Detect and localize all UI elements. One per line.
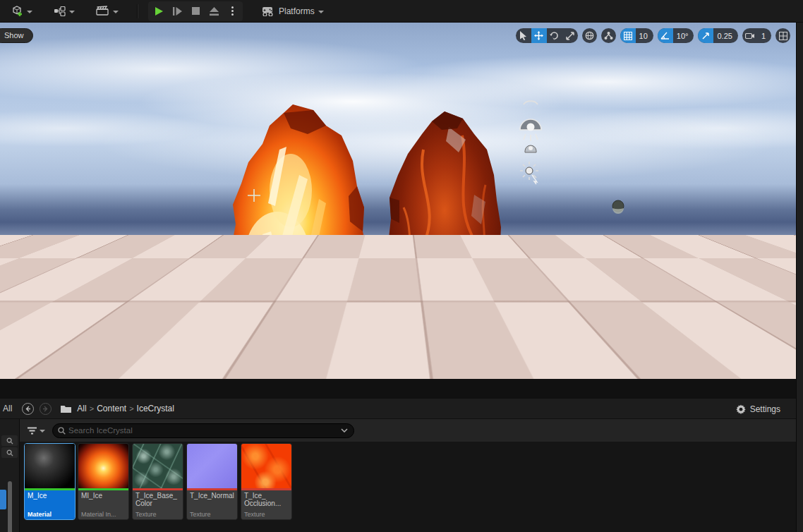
blueprints-button[interactable]	[48, 2, 80, 20]
asset-type: Texture	[135, 511, 180, 518]
breadcrumb-separator: >	[126, 404, 136, 413]
scale-snap-button[interactable]	[698, 28, 713, 43]
kebab-menu-icon	[227, 6, 237, 16]
asset-thumbnail	[187, 444, 237, 488]
play-button[interactable]	[150, 2, 168, 20]
asset-thumbnail	[241, 444, 291, 488]
add-actor-button[interactable]	[6, 2, 38, 20]
angle-icon	[660, 32, 670, 40]
asset-grid: M_Ice Material MI_Ice Material In... T_I…	[20, 442, 796, 532]
asset-label: M_Ice Material	[25, 490, 75, 519]
camera-speed-control: 1	[742, 28, 771, 43]
breadcrumb-root[interactable]: All	[77, 404, 86, 413]
stop-icon	[191, 6, 200, 16]
platforms-label: Platforms	[279, 6, 315, 16]
search-icon	[6, 449, 13, 457]
level-viewport[interactable]: Show	[0, 23, 796, 379]
asset-label: T_Ice_Base_Color Texture	[133, 490, 183, 519]
breadcrumb-icecrystal[interactable]: IceCrystal	[137, 404, 174, 413]
asset-name: T_Ice_Normal	[190, 492, 234, 500]
search-box	[52, 423, 354, 438]
asset-name: M_Ice	[28, 492, 47, 500]
directional-light-gizmo-icon[interactable]	[520, 162, 538, 184]
filter-icon	[27, 427, 37, 435]
asset-name: MI_Ice	[81, 492, 102, 500]
chevron-down-icon	[318, 11, 324, 13]
play-icon	[153, 6, 164, 17]
stop-button[interactable]	[186, 2, 205, 20]
rotate-tool-button[interactable]	[547, 28, 562, 43]
lava-crystal-right[interactable]	[388, 111, 501, 318]
camera-speed-button[interactable]	[742, 28, 758, 43]
chevron-down-icon[interactable]	[341, 428, 348, 433]
asset-tile-t-ice-base-color[interactable]: T_Ice_Base_Color Texture	[132, 443, 183, 520]
move-tool-button[interactable]	[531, 28, 547, 43]
selected-source-item[interactable]	[0, 490, 6, 509]
filters-button[interactable]	[27, 427, 45, 435]
chevron-down-icon	[113, 11, 119, 13]
skip-frame-button[interactable]	[168, 2, 186, 20]
arrow-left-icon	[25, 406, 31, 412]
step-forward-icon	[172, 6, 183, 16]
asset-thumbnail	[25, 444, 75, 488]
select-tool-button[interactable]	[516, 28, 531, 43]
forward-button[interactable]	[40, 403, 52, 415]
atmosphere-gizmo-icon[interactable]	[524, 101, 538, 104]
asset-tile-m-ice[interactable]: M_Ice Material	[24, 443, 76, 520]
platforms-button[interactable]: Platforms	[261, 6, 324, 16]
toolbar-separator	[137, 4, 138, 18]
content-browser: All All > Content > IceCrystal Settings	[0, 399, 796, 532]
asset-label: MI_Ice Material In...	[78, 490, 128, 519]
settings-button[interactable]: Settings	[736, 399, 780, 419]
find-in-collections-button[interactable]	[1, 447, 18, 458]
search-icon	[58, 427, 66, 435]
sources-panel-label[interactable]: All	[3, 404, 12, 413]
find-in-sources-button[interactable]	[1, 435, 18, 446]
viewport-scene	[0, 23, 796, 379]
settings-label: Settings	[750, 404, 780, 414]
asset-tile-t-ice-occlusion[interactable]: T_Ice_Occlusion... Texture	[241, 443, 292, 520]
sphere-actor[interactable]	[612, 200, 624, 214]
asset-type: Material	[28, 511, 72, 518]
eject-button[interactable]	[205, 2, 223, 20]
main-toolbar: Platforms	[0, 0, 803, 23]
surface-snapping-button[interactable]	[601, 28, 616, 43]
rotation-snap-control: 10°	[658, 28, 694, 43]
dome-light-gizmo-icon[interactable]	[525, 145, 536, 152]
skylight-gizmo-icon[interactable]	[520, 119, 541, 141]
search-icon	[6, 437, 13, 445]
scale-tool-button[interactable]	[562, 28, 578, 43]
sources-scrollbar[interactable]	[8, 481, 12, 532]
breadcrumb-content[interactable]: Content	[97, 404, 126, 413]
viewport-toolbar: 10 10° 0.25	[516, 28, 790, 43]
lava-crystal-left[interactable]	[231, 104, 368, 318]
camera-speed-value[interactable]: 1	[758, 32, 771, 40]
scale-icon	[566, 32, 574, 40]
play-options-button[interactable]	[223, 2, 241, 20]
breadcrumb-separator: >	[87, 404, 97, 413]
right-panel-edge	[796, 23, 803, 532]
asset-type: Texture	[190, 511, 234, 518]
asset-tile-mi-ice[interactable]: MI_Ice Material In...	[78, 443, 129, 520]
move-icon	[534, 31, 543, 40]
asset-type: Material In...	[81, 511, 126, 518]
back-button[interactable]	[22, 403, 34, 415]
scale-snap-control: 0.25	[698, 28, 737, 43]
asset-tile-t-ice-normal[interactable]: T_Ice_Normal Texture	[186, 443, 238, 520]
arrow-right-icon	[42, 406, 49, 412]
rotation-snap-button[interactable]	[658, 28, 673, 43]
transform-tools	[516, 28, 578, 43]
content-browser-header: All All > Content > IceCrystal Settings	[0, 399, 796, 419]
grid-snap-button[interactable]	[620, 28, 636, 43]
gamepad-icon	[261, 6, 275, 16]
search-input[interactable]	[66, 426, 341, 435]
snap-icon	[604, 31, 613, 40]
viewport-layout-button[interactable]	[775, 28, 790, 43]
rotation-snap-value[interactable]: 10°	[673, 32, 694, 40]
show-flags-button[interactable]: Show	[0, 28, 33, 43]
folder-icon	[60, 404, 72, 413]
coordinate-system-button[interactable]	[582, 28, 597, 43]
scale-snap-value[interactable]: 0.25	[713, 32, 737, 40]
grid-snap-value[interactable]: 10	[636, 32, 653, 40]
cinematics-button[interactable]	[90, 2, 124, 20]
